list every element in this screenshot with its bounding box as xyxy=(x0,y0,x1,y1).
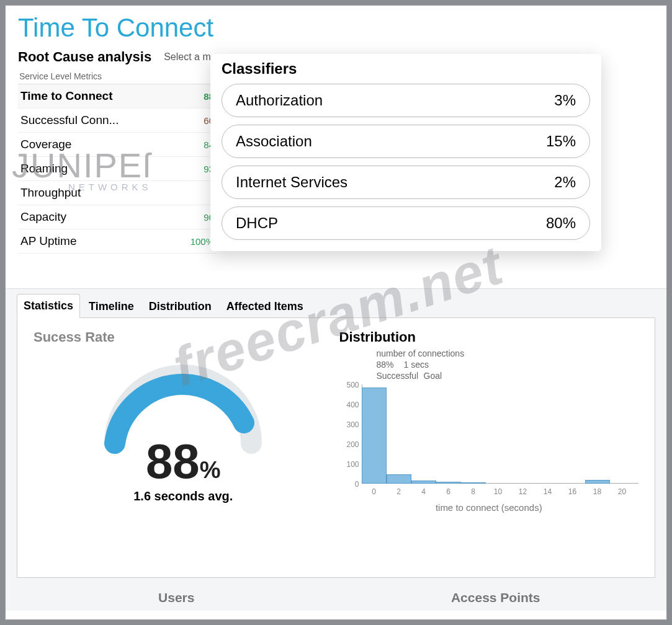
metric-label: AP Uptime xyxy=(20,234,76,248)
metric-coverage[interactable]: Coverage 84 xyxy=(18,133,217,157)
distribution-panel: Distribution number of connections 88% 1… xyxy=(339,329,639,566)
users-heading: Users xyxy=(17,590,336,605)
chart-y-tick: 300 xyxy=(339,420,359,429)
tab-affected-items[interactable]: Affected Items xyxy=(220,295,310,318)
chart-x-tick: 14 xyxy=(535,487,560,496)
chart-x-tick: 4 xyxy=(411,487,436,496)
chart-x-tick: 2 xyxy=(387,487,411,496)
statistics-body: Sucess Rate 88% 1.6 seconds avg. Distrib… xyxy=(17,317,655,578)
gauge-value: 88% xyxy=(34,437,333,485)
metric-roaming[interactable]: Roaming 93 xyxy=(18,157,217,181)
metric-label: Successful Conn... xyxy=(20,113,119,127)
gauge-subtext: 1.6 seconds avg. xyxy=(34,489,333,503)
metrics-header: Service Level Metrics xyxy=(18,69,217,84)
chart-x-tick: 16 xyxy=(560,487,585,496)
classifier-value: 15% xyxy=(546,133,576,150)
dist-meta-line1: number of connections xyxy=(377,348,639,359)
distribution-chart: 5004003002001000 02468101214161820 xyxy=(339,384,639,496)
chart-bar xyxy=(411,481,436,483)
app-window: Time To Connect Root Cause analysis Sele… xyxy=(5,5,667,620)
distribution-meta: number of connections 88% 1 secs Success… xyxy=(377,348,639,382)
chart-x-tick: 10 xyxy=(486,487,511,496)
root-cause-heading: Root Cause analysis xyxy=(18,49,151,65)
chart-y-tick: 100 xyxy=(339,460,359,469)
metric-time-to-connect[interactable]: Time to Connect 88 xyxy=(18,84,217,109)
classifiers-popover: Classifiers Authorization 3% Association… xyxy=(210,54,601,251)
metric-label: Capacity xyxy=(20,210,66,224)
dist-successful-pct: 88% xyxy=(377,359,394,370)
metric-label: Roaming xyxy=(20,162,68,175)
lower-section: Statistics Timeline Distribution Affecte… xyxy=(6,288,666,611)
chart-x-tick: 12 xyxy=(511,487,535,496)
chart-bar xyxy=(436,482,461,484)
chart-bar xyxy=(387,474,411,484)
tab-bar: Statistics Timeline Distribution Affecte… xyxy=(17,289,655,318)
access-points-heading: Access Points xyxy=(336,590,656,605)
tab-distribution[interactable]: Distribution xyxy=(143,295,218,318)
chart-y-tick: 0 xyxy=(339,480,359,489)
chart-bar xyxy=(362,388,387,483)
classifier-label: Association xyxy=(236,133,312,150)
success-rate-title: Sucess Rate xyxy=(34,329,333,345)
metric-throughput[interactable]: Throughput xyxy=(18,181,217,205)
chart-y-tick: 500 xyxy=(339,381,359,389)
dist-goal-secs: 1 secs xyxy=(404,359,429,370)
chart-x-tick: 20 xyxy=(610,487,635,496)
distribution-title: Distribution xyxy=(339,329,639,345)
chart-x-title: time to connect (seconds) xyxy=(339,502,639,513)
classifiers-title: Classifiers xyxy=(222,60,590,78)
chart-y-tick: 400 xyxy=(339,401,359,409)
metric-label: Coverage xyxy=(20,138,71,151)
metric-label: Time to Connect xyxy=(20,89,113,103)
bottom-row: Users Access Points xyxy=(17,590,655,605)
metric-ap-uptime[interactable]: AP Uptime 100% xyxy=(18,229,217,254)
metric-label: Throughput xyxy=(20,186,81,200)
classifier-internet-services[interactable]: Internet Services 2% xyxy=(222,166,590,199)
chart-bar xyxy=(585,480,610,484)
service-level-metrics-panel: Service Level Metrics Time to Connect 88… xyxy=(18,69,217,254)
classifier-association[interactable]: Association 15% xyxy=(222,125,590,158)
classifier-value: 2% xyxy=(554,174,576,191)
tab-timeline[interactable]: Timeline xyxy=(83,295,140,318)
classifier-label: Authorization xyxy=(236,92,323,109)
page-title: Time To Connect xyxy=(18,13,654,43)
chart-x-tick: 0 xyxy=(362,487,387,496)
dist-successful-label: Successful xyxy=(377,370,421,381)
classifier-label: DHCP xyxy=(236,215,278,232)
select-metric-label[interactable]: Select a m xyxy=(164,51,211,63)
success-rate-panel: Sucess Rate 88% 1.6 seconds avg. xyxy=(34,329,333,566)
chart-x-tick: 18 xyxy=(585,487,610,496)
metric-successful-conn[interactable]: Successful Conn... 60 xyxy=(18,109,217,133)
dist-goal-label: Goal xyxy=(424,370,442,381)
classifier-authorization[interactable]: Authorization 3% xyxy=(222,84,590,117)
chart-x-tick: 6 xyxy=(436,487,461,496)
chart-y-tick: 200 xyxy=(339,440,359,449)
classifier-value: 3% xyxy=(554,92,576,109)
tab-statistics[interactable]: Statistics xyxy=(17,294,80,318)
classifier-value: 80% xyxy=(546,215,576,232)
classifier-label: Internet Services xyxy=(236,174,347,191)
chart-x-tick: 8 xyxy=(461,487,486,496)
chart-bar xyxy=(461,482,486,484)
classifier-dhcp[interactable]: DHCP 80% xyxy=(222,206,590,240)
metric-capacity[interactable]: Capacity 90 xyxy=(18,205,217,229)
